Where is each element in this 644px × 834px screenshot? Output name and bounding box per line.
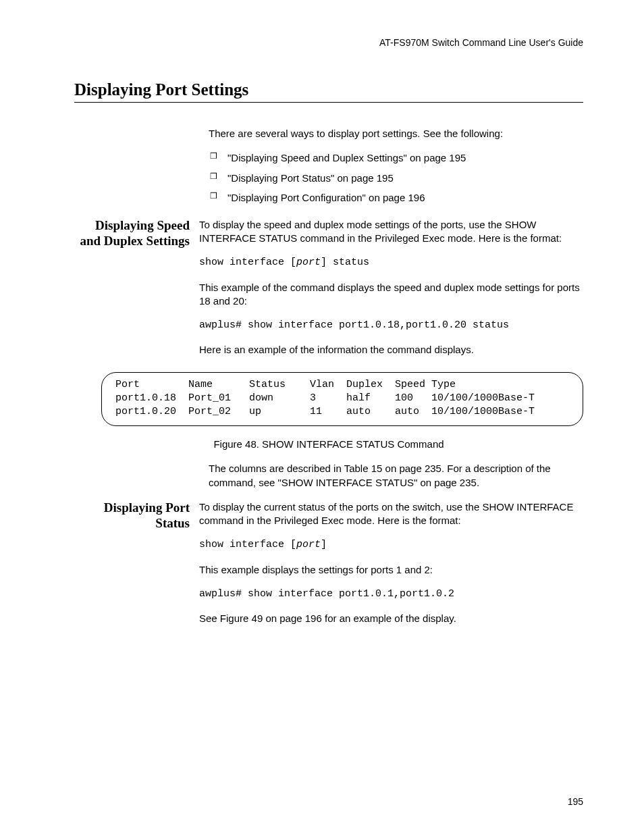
command-example: awplus# show interface port1.0.18,port1.…	[199, 319, 583, 332]
running-header: AT-FS970M Switch Command Line User's Gui…	[74, 37, 583, 48]
subsection-heading-speed-duplex: Displaying Speed and Duplex Settings	[74, 218, 199, 249]
list-item: "Displaying Speed and Duplex Settings" o…	[209, 151, 583, 165]
cmd-variable: port	[296, 257, 321, 268]
paragraph: To display the current status of the por…	[199, 500, 583, 528]
command-example: awplus# show interface port1.0.1,port1.0…	[199, 588, 583, 601]
cmd-text: show interface [	[199, 539, 296, 550]
intro-paragraph: There are several ways to display port s…	[209, 127, 583, 140]
command-syntax: show interface [port] status	[199, 256, 583, 269]
list-item: "Displaying Port Configuration" on page …	[209, 191, 583, 205]
paragraph: This example displays the settings for p…	[199, 563, 583, 577]
page-title: Displaying Port Settings	[74, 80, 583, 103]
cmd-text: ] status	[321, 257, 369, 268]
command-syntax: show interface [port]	[199, 538, 583, 552]
command-output-box: Port Name Status Vlan Duplex Speed Type …	[101, 372, 583, 427]
list-item: "Displaying Port Status" on page 195	[209, 172, 583, 185]
paragraph: Here is an example of the information th…	[199, 343, 583, 357]
page-number: 195	[568, 796, 583, 807]
paragraph: To display the speed and duplex mode set…	[199, 218, 583, 246]
paragraph: The columns are described in Table 15 on…	[209, 462, 583, 490]
cmd-text: show interface [	[199, 257, 296, 268]
cmd-text: ]	[321, 539, 327, 550]
subsection-heading-port-status: Displaying Port Status	[74, 500, 199, 531]
page: AT-FS970M Switch Command Line User's Gui…	[0, 0, 644, 834]
figure-caption: Figure 48. SHOW INTERFACE STATUS Command	[74, 438, 583, 450]
paragraph: This example of the command displays the…	[199, 281, 583, 309]
paragraph: See Figure 49 on page 196 for an example…	[199, 612, 583, 625]
toc-list: "Displaying Speed and Duplex Settings" o…	[209, 151, 583, 205]
cmd-variable: port	[296, 539, 321, 550]
